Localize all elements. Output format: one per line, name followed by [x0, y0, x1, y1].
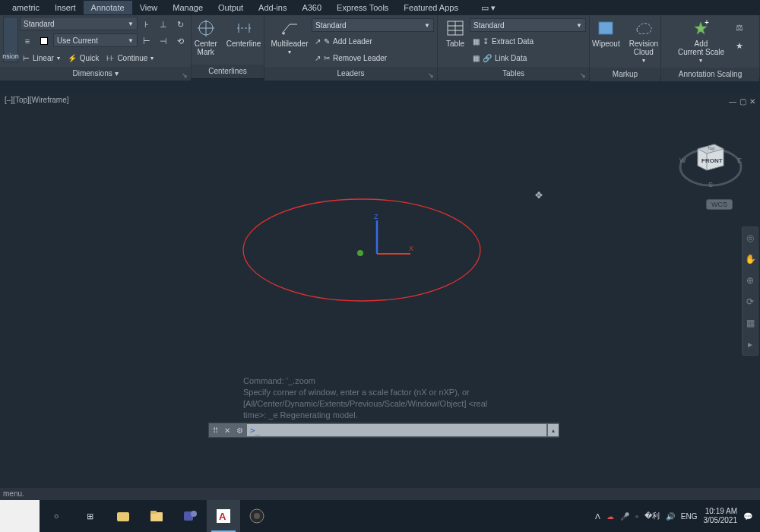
app-1-icon[interactable] [106, 500, 140, 532]
maximize-icon[interactable]: ▢ [739, 97, 746, 106]
nav-pan-icon[interactable]: ✋ [743, 249, 758, 270]
continue-button[interactable]: ⊦⊦Continue▾ [103, 50, 157, 65]
tab-output[interactable]: Output [211, 1, 251, 14]
obs-icon[interactable] [240, 500, 274, 532]
drawing-viewport[interactable]: [–][Top][Wireframe] — ▢ ✕ X Z ✥ W E S FR… [0, 94, 760, 488]
ellipse-shape [243, 199, 480, 301]
teams-icon[interactable] [173, 500, 207, 532]
wipeout-icon [595, 18, 616, 38]
nav-wheel-icon[interactable]: ◎ [743, 227, 758, 249]
color-swatch[interactable] [36, 33, 52, 49]
remove-leader-icon: ↗ [315, 54, 321, 62]
quick-button[interactable]: ⚡Quick [65, 50, 103, 65]
tab-overflow[interactable]: ▭ ▾ [473, 1, 503, 15]
usecurrent-dropdown[interactable]: Use Current▼ [53, 33, 138, 47]
command-line[interactable]: ⠿ ✕ ⚙ >_ ▴ [208, 423, 559, 438]
cmdline-close-icon[interactable]: ✕ [221, 423, 233, 437]
nav-orbit-icon[interactable]: ⟳ [743, 291, 758, 312]
cmdline-history-icon[interactable]: ▴ [548, 424, 559, 436]
centermark-icon [195, 18, 217, 38]
tray-lang[interactable]: ENG [681, 512, 698, 521]
leader-style-dropdown[interactable]: Standard▼ [312, 18, 434, 32]
ribbon-label-markup: Markup [590, 68, 660, 81]
ribbon-group-tables: Table Standard▼ ▦↧Extract Data ▦🔗Link Da… [438, 15, 590, 78]
add-leader-button[interactable]: ↗✎Add Leader [312, 33, 434, 49]
viewport-tag[interactable]: [–][Top][Wireframe] [5, 96, 68, 104]
svg-text:Top: Top [708, 146, 715, 150]
system-tray: ᐱ ☁ 🎤 ▫ �利 🔊 ENG 10:19 AM 3/05/2021 💬 [595, 507, 760, 525]
dim-tool-2[interactable]: ⊥ [156, 17, 171, 32]
cmd-line-2: Specify corner of window, enter a scale … [243, 387, 559, 398]
tab-express[interactable]: Express Tools [329, 1, 396, 14]
table-button[interactable]: Table [441, 17, 470, 49]
tray-chevron-icon[interactable]: ᐱ [595, 512, 600, 521]
nav-more-icon[interactable]: ▸ [743, 334, 758, 355]
tab-a360[interactable]: A360 [294, 1, 329, 14]
multileader-icon [279, 18, 300, 38]
tab-view[interactable]: View [132, 1, 166, 14]
cmdline-customize-icon[interactable]: ⚙ [233, 423, 245, 437]
tab-insert[interactable]: Insert [47, 1, 84, 14]
minimize-icon[interactable]: — [729, 97, 736, 106]
remove-leader-button[interactable]: ↗✂Remove Leader [312, 50, 434, 65]
ribbon-label-dimensions[interactable]: Dimensions ▾↘ [0, 67, 191, 81]
cmdline-grip-icon[interactable]: ⠿ [209, 423, 221, 437]
tray-notifications-icon[interactable]: 💬 [743, 512, 752, 521]
svg-text:E: E [737, 157, 742, 164]
link-data-button[interactable]: ▦🔗Link Data [470, 50, 586, 65]
extract-data-button[interactable]: ▦↧Extract Data [470, 33, 586, 49]
tray-mic-icon[interactable]: 🎤 [620, 512, 629, 521]
big-dimension-button[interactable]: nsion [3, 17, 18, 62]
centermark-button[interactable]: Center Mark [190, 17, 222, 58]
file-explorer-icon[interactable] [140, 500, 173, 532]
windows-taskbar: ○ ⊞ A ᐱ ☁ 🎤 ▫ �利 🔊 ENG 10:19 AM 3/05/202… [0, 500, 760, 532]
dim-tool-5[interactable]: ⊣ [156, 33, 171, 49]
nav-showmotion-icon[interactable]: ▦ [743, 312, 758, 334]
tab-addins[interactable]: Add-ins [251, 1, 294, 14]
add-scale-button[interactable]: + Add Current Scale▾ [673, 17, 729, 66]
dim-tool-1[interactable]: ⊦ [139, 17, 154, 32]
ribbon-label-scaling: Annotation Scaling [661, 68, 759, 81]
start-button[interactable] [0, 500, 40, 532]
ribbon-group-markup: Wipeout Revision Cloud▾ Markup [590, 15, 661, 78]
dim-style-dropdown[interactable]: Standard▼ [20, 17, 138, 30]
ribbon-label-leaders: Leaders↘ [264, 67, 437, 81]
scale-tool-1[interactable]: ⚖ [732, 20, 747, 35]
command-input[interactable]: >_ [247, 424, 546, 436]
quick-icon: ⚡ [68, 54, 77, 62]
scale-tool-2[interactable]: ★ [732, 38, 747, 53]
multileader-button[interactable]: Multileader▾ [268, 17, 312, 58]
dim-tool-6[interactable]: ⟲ [173, 33, 188, 49]
table-style-dropdown[interactable]: Standard▼ [470, 18, 586, 32]
tab-manage[interactable]: Manage [165, 1, 211, 14]
tab-featured[interactable]: Featured Apps [396, 1, 466, 14]
tray-wifi-icon[interactable]: �利 [644, 511, 660, 521]
dim-tool-3[interactable]: ↻ [173, 17, 188, 32]
viewport-controls: — ▢ ✕ [729, 97, 755, 106]
tray-cloud-icon[interactable]: ☁ [606, 512, 614, 521]
nav-zoom-icon[interactable]: ⊕ [743, 270, 758, 291]
taskview-icon[interactable]: ⊞ [73, 500, 106, 532]
svg-text:+: + [705, 19, 709, 27]
linear-button[interactable]: ⊢Linear▾ [20, 50, 63, 65]
tab-parametric[interactable]: ametric [5, 1, 47, 14]
viewcube[interactable]: W E S FRONT Top [678, 129, 743, 195]
tray-sound-icon[interactable]: 🔊 [666, 512, 675, 521]
close-icon[interactable]: ✕ [749, 97, 755, 106]
table-icon [445, 18, 466, 38]
wipeout-button[interactable]: Wipeout [587, 17, 625, 49]
autocad-icon[interactable]: A [207, 500, 240, 532]
wcs-badge[interactable]: WCS [706, 199, 733, 210]
cortana-icon[interactable]: ○ [40, 500, 73, 532]
y-axis-dot [357, 250, 363, 256]
dim-tool-4[interactable]: ⊢ [139, 33, 154, 49]
link-icon: ▦ [473, 54, 480, 62]
continue-icon: ⊦⊦ [106, 54, 114, 62]
svg-text:FRONT: FRONT [701, 157, 723, 164]
tray-app-icon[interactable]: ▫ [635, 512, 638, 521]
centerline-button[interactable]: Centerline [222, 17, 266, 49]
tab-annotate[interactable]: Annotate [84, 1, 132, 14]
bylayer-icon[interactable]: ≡ [20, 33, 35, 49]
tray-clock[interactable]: 10:19 AM 3/05/2021 [704, 507, 738, 525]
revcloud-button[interactable]: Revision Cloud▾ [625, 17, 663, 66]
